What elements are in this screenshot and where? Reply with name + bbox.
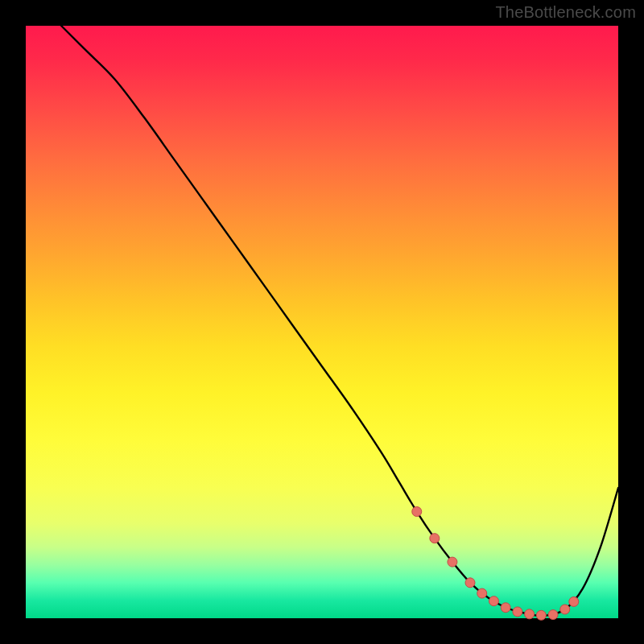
marker-dot <box>430 534 440 543</box>
marker-dot <box>513 607 522 617</box>
marker-dot <box>412 507 422 517</box>
marker-dot <box>489 597 498 606</box>
marker-dot <box>525 609 535 619</box>
marker-dot <box>548 610 558 620</box>
curve-layer <box>26 26 618 618</box>
marker-dot <box>477 588 487 598</box>
curve-markers <box>412 507 579 621</box>
marker-dot <box>448 557 457 567</box>
marker-dot <box>465 578 475 588</box>
marker-dot <box>560 605 570 614</box>
marker-dot <box>569 597 579 606</box>
marker-dot <box>536 610 546 620</box>
bottleneck-curve <box>61 26 618 616</box>
watermark: TheBottleneck.com <box>495 3 636 22</box>
marker-dot <box>501 603 510 613</box>
